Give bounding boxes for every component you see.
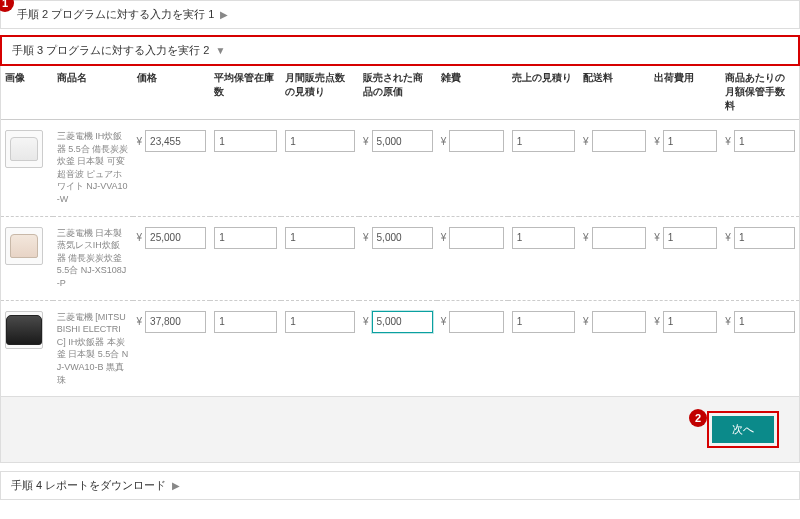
callout-2: 2 <box>689 409 707 427</box>
product-name: 三菱電機 IH炊飯器 5.5合 備長炭炭炊釜 日本製 可変超音波 ピュアホワイト… <box>57 130 129 206</box>
monthly-sales-input[interactable] <box>285 227 355 249</box>
yen-icon: ¥ <box>725 136 731 147</box>
step-4-label: 手順 4 レポートをダウンロード <box>11 478 166 493</box>
misc-input[interactable] <box>449 130 504 152</box>
outbound-input[interactable] <box>663 311 718 333</box>
table-row: 三菱電機 IH炊飯器 5.5合 備長炭炭炊釜 日本製 可変超音波 ピュアホワイト… <box>1 120 799 217</box>
yen-icon: ¥ <box>654 136 660 147</box>
misc-input[interactable] <box>449 227 504 249</box>
revenue-input[interactable] <box>512 227 575 249</box>
sold-cost-input[interactable] <box>372 130 433 152</box>
sold-cost-input[interactable] <box>372 311 433 333</box>
col-price: 価格 <box>133 65 211 120</box>
yen-icon: ¥ <box>363 136 369 147</box>
yen-icon: ¥ <box>441 232 447 243</box>
col-revenue: 売上の見積り <box>508 65 579 120</box>
outbound-input[interactable] <box>663 130 718 152</box>
next-button-highlight: 次へ <box>707 411 779 448</box>
yen-icon: ¥ <box>137 316 143 327</box>
col-avg-stock: 平均保管在庫数 <box>210 65 281 120</box>
col-monthly-fee: 商品あたりの月額保管手数料 <box>721 65 799 120</box>
chevron-right-icon: ▶ <box>220 9 228 20</box>
step-3-label: 手順 3 プログラムに対する入力を実行 2 <box>12 43 209 58</box>
yen-icon: ¥ <box>137 136 143 147</box>
col-sold-cost: 販売された商品の原価 <box>359 65 437 120</box>
monthly-fee-input[interactable] <box>734 311 795 333</box>
yen-icon: ¥ <box>363 316 369 327</box>
next-button[interactable]: 次へ <box>712 416 774 443</box>
revenue-input[interactable] <box>512 311 575 333</box>
yen-icon: ¥ <box>583 316 589 327</box>
shipping-input[interactable] <box>592 227 647 249</box>
step-2-label: 手順 2 プログラムに対する入力を実行 1 <box>17 7 214 22</box>
price-input[interactable] <box>145 130 206 152</box>
col-image: 画像 <box>1 65 53 120</box>
monthly-fee-input[interactable] <box>734 227 795 249</box>
product-thumb <box>5 227 43 265</box>
product-name: 三菱電機 [MITSUBISHI ELECTRIC] IH炊飯器 本炭釜 日本製… <box>57 311 129 387</box>
product-name: 三菱電機 日本製 蒸気レスIH炊飯器 備長炭炭炊釜 5.5合 NJ-XS108J… <box>57 227 129 290</box>
shipping-input[interactable] <box>592 311 647 333</box>
misc-input[interactable] <box>449 311 504 333</box>
product-thumb <box>5 311 43 349</box>
yen-icon: ¥ <box>725 232 731 243</box>
avg-stock-input[interactable] <box>214 311 277 333</box>
col-shipping: 配送料 <box>579 65 650 120</box>
step-4-header[interactable]: 手順 4 レポートをダウンロード ▶ <box>1 472 799 499</box>
col-misc: 雑費 <box>437 65 508 120</box>
yen-icon: ¥ <box>363 232 369 243</box>
shipping-input[interactable] <box>592 130 647 152</box>
chevron-down-icon: ▼ <box>215 45 225 56</box>
outbound-input[interactable] <box>663 227 718 249</box>
sold-cost-input[interactable] <box>372 227 433 249</box>
table-row: 三菱電機 [MITSUBISHI ELECTRIC] IH炊飯器 本炭釜 日本製… <box>1 300 799 396</box>
step-3-header[interactable]: 手順 3 プログラムに対する入力を実行 2 ▼ <box>2 37 798 64</box>
col-outbound: 出荷費用 <box>650 65 721 120</box>
step-2-header[interactable]: 手順 2 プログラムに対する入力を実行 1 ▶ <box>1 1 799 28</box>
avg-stock-input[interactable] <box>214 227 277 249</box>
chevron-right-icon: ▶ <box>172 480 180 491</box>
avg-stock-input[interactable] <box>214 130 277 152</box>
yen-icon: ¥ <box>137 232 143 243</box>
product-input-table: 画像 商品名 価格 平均保管在庫数 月間販売点数の見積り 販売された商品の原価 … <box>1 65 799 396</box>
product-thumb <box>5 130 43 168</box>
monthly-fee-input[interactable] <box>734 130 795 152</box>
col-name: 商品名 <box>53 65 133 120</box>
monthly-sales-input[interactable] <box>285 311 355 333</box>
yen-icon: ¥ <box>654 232 660 243</box>
yen-icon: ¥ <box>583 136 589 147</box>
price-input[interactable] <box>145 311 206 333</box>
price-input[interactable] <box>145 227 206 249</box>
revenue-input[interactable] <box>512 130 575 152</box>
yen-icon: ¥ <box>441 316 447 327</box>
yen-icon: ¥ <box>725 316 731 327</box>
monthly-sales-input[interactable] <box>285 130 355 152</box>
table-row: 三菱電機 日本製 蒸気レスIH炊飯器 備長炭炭炊釜 5.5合 NJ-XS108J… <box>1 216 799 300</box>
footer-bar: 2 次へ <box>1 396 799 462</box>
yen-icon: ¥ <box>654 316 660 327</box>
yen-icon: ¥ <box>441 136 447 147</box>
yen-icon: ¥ <box>583 232 589 243</box>
col-monthly-sales: 月間販売点数の見積り <box>281 65 359 120</box>
